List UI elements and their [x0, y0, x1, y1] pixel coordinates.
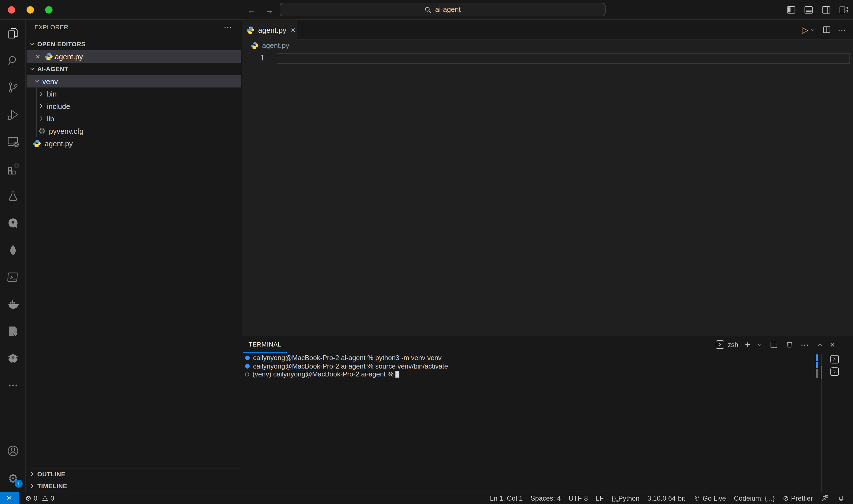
- workspace-folder-header[interactable]: AI-AGENT: [27, 62, 241, 75]
- source-control-icon[interactable]: [0, 74, 26, 101]
- new-terminal-icon[interactable]: +: [745, 340, 750, 349]
- remote-explorer-icon[interactable]: [0, 128, 26, 155]
- run-dropdown-chevron-icon: [810, 27, 816, 33]
- breadcrumb[interactable]: agent.py: [242, 39, 853, 52]
- run-and-debug-icon[interactable]: [0, 101, 26, 128]
- open-editor-item-agent-py[interactable]: × agent.py: [27, 50, 241, 62]
- terminal-tabs-strip: [814, 354, 853, 491]
- warning-count: 0: [51, 494, 54, 502]
- terminal-chevron-icon: [717, 342, 723, 347]
- additional-views-icon[interactable]: [0, 372, 26, 399]
- warning-icon: ⚠: [42, 494, 48, 502]
- editor-more-actions-icon[interactable]: ⋯: [838, 24, 846, 35]
- chevron-right-icon: [38, 115, 45, 122]
- explorer-sidebar: EXPLORER ⋯ OPEN EDITORS × agent.py AI-AG…: [27, 20, 241, 491]
- code-editor[interactable]: 1: [242, 52, 853, 336]
- indentation-setting[interactable]: Spaces: 4: [527, 492, 565, 504]
- tab-agent-py[interactable]: agent.py ×: [242, 20, 297, 39]
- tab-terminal[interactable]: TERMINAL: [243, 336, 287, 353]
- explorer-more-actions-icon[interactable]: ⋯: [224, 20, 233, 34]
- tree-item-lib[interactable]: lib: [27, 112, 241, 125]
- tree-item-venv[interactable]: venv: [27, 75, 241, 88]
- timeline-section-header[interactable]: TIMELINE: [27, 480, 241, 491]
- person-feedback-icon: [821, 494, 829, 502]
- chevron-right-icon: [38, 90, 45, 97]
- testing-flask-icon[interactable]: [0, 182, 26, 210]
- navigate-forward-icon[interactable]: →: [265, 5, 274, 15]
- extensions-icon[interactable]: [0, 155, 26, 182]
- toggle-primary-sidebar-icon[interactable]: [785, 4, 797, 16]
- command-success-decoration-icon[interactable]: [245, 364, 250, 368]
- remote-window-indicator[interactable]: [0, 492, 19, 504]
- close-tab-icon[interactable]: ×: [291, 25, 295, 34]
- file-encoding[interactable]: UTF-8: [564, 492, 592, 504]
- language-mode[interactable]: {}⊗ Python: [608, 492, 643, 504]
- feedback-button[interactable]: [817, 492, 833, 504]
- sidebar-title: EXPLORER: [34, 20, 68, 34]
- activity-bar: C ⚙ 1: [0, 20, 26, 491]
- editor-group: agent.py × ▷ ⋯ agent.py 1: [242, 20, 853, 491]
- minimize-window-button[interactable]: [27, 6, 34, 14]
- go-live-button[interactable]: Go Live: [689, 492, 730, 504]
- run-icon: ▷: [802, 24, 808, 35]
- close-editor-icon[interactable]: ×: [33, 52, 42, 61]
- notifications-button[interactable]: [833, 492, 849, 504]
- terminal-more-actions-icon[interactable]: ⋯: [800, 340, 810, 349]
- tree-item-bin[interactable]: bin: [27, 88, 241, 100]
- close-panel-icon[interactable]: ×: [830, 340, 835, 349]
- toggle-secondary-sidebar-icon[interactable]: [820, 4, 832, 16]
- line-number: 1: [242, 53, 264, 64]
- settings-gear-icon[interactable]: ⚙ 1: [0, 465, 26, 491]
- tab-label: agent.py: [258, 26, 286, 34]
- navigate-back-icon[interactable]: ←: [247, 5, 256, 15]
- terminal-dropdown-chevron-icon[interactable]: [757, 342, 763, 347]
- terminal-line: cailynyong@MacBook-Pro-2 ai-agent % pyth…: [242, 354, 814, 362]
- cursor-position[interactable]: Ln 1, Col 1: [486, 492, 526, 504]
- tree-item-pyvenv-cfg[interactable]: ⚙ pyvenv.cfg: [27, 125, 241, 137]
- python-interpreter[interactable]: 3.10.0 64-bit: [643, 492, 689, 504]
- command-success-decoration-icon[interactable]: [245, 356, 250, 360]
- launch-profile-button[interactable]: zsh: [716, 340, 738, 349]
- docker-whale-icon[interactable]: [0, 291, 26, 318]
- prettier-status[interactable]: ⊘ Prettier: [779, 492, 817, 504]
- circle-q-extension-icon[interactable]: [0, 210, 26, 236]
- problems-indicator[interactable]: ⊗ 0 ⚠ 0: [21, 492, 58, 504]
- close-window-button[interactable]: [8, 6, 15, 14]
- cpp-file-gear-icon[interactable]: C: [0, 318, 26, 345]
- search-view-icon[interactable]: [0, 47, 26, 74]
- end-of-line[interactable]: LF: [592, 492, 608, 504]
- search-icon: [424, 6, 432, 13]
- outline-section-header[interactable]: OUTLINE: [27, 468, 241, 480]
- codeium-status[interactable]: Codeium: {...}: [730, 492, 779, 504]
- broadcast-icon: [693, 494, 700, 502]
- chevron-right-icon: [38, 103, 45, 109]
- maximize-panel-chevron-icon[interactable]: [816, 341, 823, 348]
- toggle-panel-icon[interactable]: [802, 4, 815, 16]
- terminal-line: (venv) cailynyong@MacBook-Pro-2 ai-agent…: [242, 370, 814, 378]
- accounts-icon[interactable]: [0, 437, 26, 465]
- open-editors-header[interactable]: OPEN EDITORS: [27, 38, 241, 50]
- prompt-decoration-icon[interactable]: [245, 373, 249, 376]
- split-terminal-icon[interactable]: [769, 340, 779, 349]
- terminal-output[interactable]: cailynyong@MacBook-Pro-2 ai-agent % pyth…: [242, 354, 814, 491]
- kill-terminal-trash-icon[interactable]: [785, 340, 794, 349]
- command-center-search[interactable]: ai-agent: [280, 3, 606, 16]
- svg-text:C: C: [10, 328, 14, 333]
- zoom-window-button[interactable]: [45, 6, 53, 14]
- circle-slash-icon: ⊘: [783, 494, 789, 502]
- explorer-icon[interactable]: [0, 20, 26, 47]
- terminal-tab-item-icon[interactable]: [831, 367, 839, 376]
- tree-item-agent-py[interactable]: agent.py: [27, 137, 241, 149]
- tree-item-include[interactable]: include: [27, 100, 241, 112]
- mongodb-leaf-icon[interactable]: [0, 236, 26, 264]
- terminal-cursor: [396, 371, 399, 378]
- active-terminal-indicator: [821, 366, 822, 379]
- terminal-line: cailynyong@MacBook-Pro-2 ai-agent % sour…: [242, 362, 814, 370]
- split-editor-icon[interactable]: [822, 25, 832, 34]
- customize-layout-icon[interactable]: [837, 4, 850, 16]
- run-python-file-button[interactable]: ▷: [802, 24, 816, 35]
- terminal-tab-item-icon[interactable]: [831, 355, 839, 363]
- terminal-square-icon[interactable]: [0, 264, 26, 291]
- ninja-mask-extension-icon[interactable]: [0, 345, 26, 372]
- editor-tab-bar: agent.py × ▷ ⋯: [242, 20, 853, 39]
